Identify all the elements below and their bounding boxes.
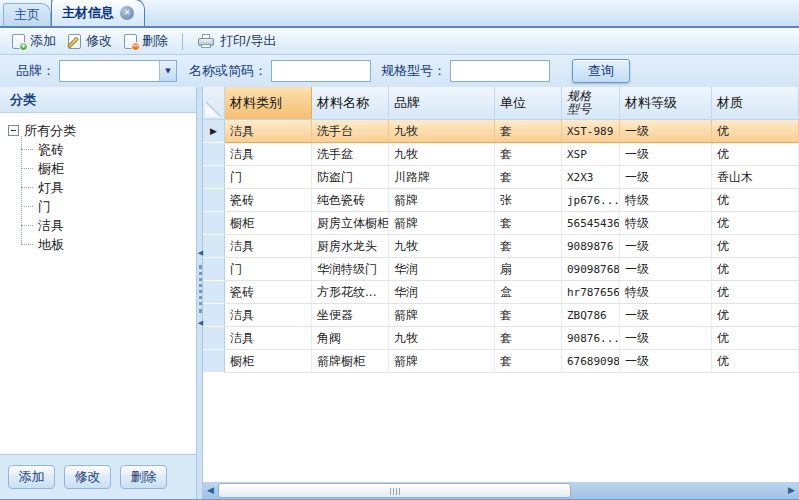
cell-spec: 90876... [562,327,620,349]
close-tab-icon[interactable]: ✕ [120,6,134,20]
name-label: 名称或简码： [189,62,267,80]
table-row[interactable]: 门 华润特级门 华润 扇 09098768 一级 优 [203,258,799,281]
tree-connector [21,206,33,207]
table-row[interactable]: 洁具 厨房水龙头 九牧 套 9089876 一级 优 [203,235,799,258]
cell-brand: 箭牌 [389,304,495,326]
tree-item-men[interactable]: 门 [21,197,196,216]
tree-item-diban[interactable]: 地板 [21,235,196,254]
cell-name: 洗手盆 [312,143,389,165]
header-texture[interactable]: 材质 [712,87,799,119]
splitter-collapse-icon[interactable]: ◀ [197,250,204,257]
tree-item-chugui[interactable]: 橱柜 [21,159,196,178]
cell-unit: 套 [495,166,562,188]
cell-spec: 09098768 [562,258,620,280]
cell-spec: XSP [562,143,620,165]
cell-brand: 九牧 [389,235,495,257]
header-grade[interactable]: 材料等级 [620,87,712,119]
cell-brand: 箭牌 [389,350,495,372]
tree-connector [21,149,33,150]
tree-item-label: 瓷砖 [38,141,64,159]
cell-grade: 一级 [620,304,712,326]
table-row[interactable]: 洁具 坐便器 箭牌 套 ZBQ786 一级 优 [203,304,799,327]
tree-item-label: 洁具 [38,217,64,235]
scroll-left-icon[interactable]: ◀ [203,482,218,499]
header-unit[interactable]: 单位 [495,87,562,119]
category-tree: 所有分类 瓷砖 橱柜 灯具 门 洁具 地板 [0,113,196,454]
cell-texture: 优 [712,189,799,211]
cell-category: 瓷砖 [225,189,312,211]
cell-category: 洁具 [225,327,312,349]
tree-connector [21,187,33,188]
cell-texture: 优 [712,327,799,349]
cell-texture: 优 [712,212,799,234]
tree-item-jieju[interactable]: 洁具 [21,216,196,235]
grid-body: ▶ 洁具 洗手台 九牧 套 XST-989 一级 优 洁具 洗手盆 九牧 套 X… [203,120,799,482]
header-material-name[interactable]: 材料名称 [312,87,389,119]
table-row[interactable]: 瓷砖 方形花纹... 华润 盒 hr787656 特级 优 [203,281,799,304]
panel-splitter[interactable]: ◀ ◀ [196,87,203,499]
cell-unit: 套 [495,143,562,165]
footer-edit-button[interactable]: 修改 [64,465,111,489]
tree-collapse-icon[interactable] [8,125,19,136]
header-brand[interactable]: 品牌 [389,87,495,119]
cell-unit: 套 [495,235,562,257]
cell-category: 门 [225,166,312,188]
cell-grade: 一级 [620,235,712,257]
cell-name: 角阀 [312,327,389,349]
footer-add-button[interactable]: 添加 [8,465,55,489]
header-material-category[interactable]: 材料类别 [225,87,312,119]
brand-combobox[interactable]: ▼ [59,60,177,82]
splitter-collapse-icon[interactable]: ◀ [197,320,204,327]
tree-item-label: 门 [38,198,51,216]
pencil-icon [67,36,79,48]
tree-item-label: 地板 [38,236,64,254]
tab-bar: 主页 主材信息 ✕ [0,0,799,28]
row-selector-cell: ▶ [203,120,225,143]
toolbar: + 添加 修改 − 删除 打印/导出 [0,28,799,55]
category-panel-title: 分类 [0,87,196,113]
tree-item-cizhuan[interactable]: 瓷砖 [21,140,196,159]
header-spec[interactable]: 规格型号 [562,87,620,119]
scrollbar-thumb[interactable] [218,483,571,498]
selected-row-arrow-icon: ▶ [210,126,217,136]
tree-item-root[interactable]: 所有分类 [8,121,196,140]
table-row[interactable]: 瓷砖 纯色瓷砖 箭牌 张 jp676... 特级 优 [203,189,799,212]
cell-unit: 扇 [495,258,562,280]
table-row[interactable]: 橱柜 厨房立体橱柜 箭牌 套 56545436 特级 优 [203,212,799,235]
cell-unit: 张 [495,189,562,211]
plus-badge-icon: + [19,42,28,51]
tab-material-info[interactable]: 主材信息 ✕ [51,0,145,26]
footer-delete-button[interactable]: 删除 [120,465,167,489]
delete-doc-icon: − [124,34,137,49]
scroll-right-icon[interactable]: ▶ [784,482,799,499]
query-button[interactable]: 查询 [572,59,630,83]
horizontal-scrollbar[interactable]: ◀ ▶ [203,482,799,499]
edit-button[interactable]: 修改 [62,30,118,52]
splitter-grip[interactable] [199,265,202,313]
select-all-corner[interactable] [203,87,225,119]
print-export-button[interactable]: 打印/导出 [191,30,282,52]
tab-home[interactable]: 主页 [3,3,51,26]
cell-texture: 优 [712,258,799,280]
name-input[interactable] [271,60,371,82]
print-export-label: 打印/导出 [220,32,276,50]
table-row[interactable]: 洁具 洗手盆 九牧 套 XSP 一级 优 [203,143,799,166]
chevron-down-icon[interactable]: ▼ [159,61,176,81]
cell-spec: 56545436 [562,212,620,234]
add-button[interactable]: + 添加 [6,30,62,52]
table-row[interactable]: 橱柜 箭牌橱柜 箭牌 套 67689098 一级 优 [203,350,799,373]
edit-icon [68,34,81,49]
delete-button[interactable]: − 删除 [118,30,174,52]
row-selector-cell [203,258,225,281]
table-row[interactable]: 门 防盗门 川路牌 套 X2X3 一级 香山木 [203,166,799,189]
spec-input[interactable] [450,60,550,82]
tree-connector [21,225,33,226]
cell-name: 洗手台 [312,120,389,142]
cell-spec: ZBQ786 [562,304,620,326]
cell-texture: 优 [712,120,799,142]
table-row-selected[interactable]: ▶ 洁具 洗手台 九牧 套 XST-989 一级 优 [203,120,799,143]
tree-item-dengju[interactable]: 灯具 [21,178,196,197]
table-row[interactable]: 洁具 角阀 九牧 套 90876... 一级 优 [203,327,799,350]
tree-children: 瓷砖 橱柜 灯具 门 洁具 地板 [21,140,196,254]
add-button-label: 添加 [30,32,56,50]
